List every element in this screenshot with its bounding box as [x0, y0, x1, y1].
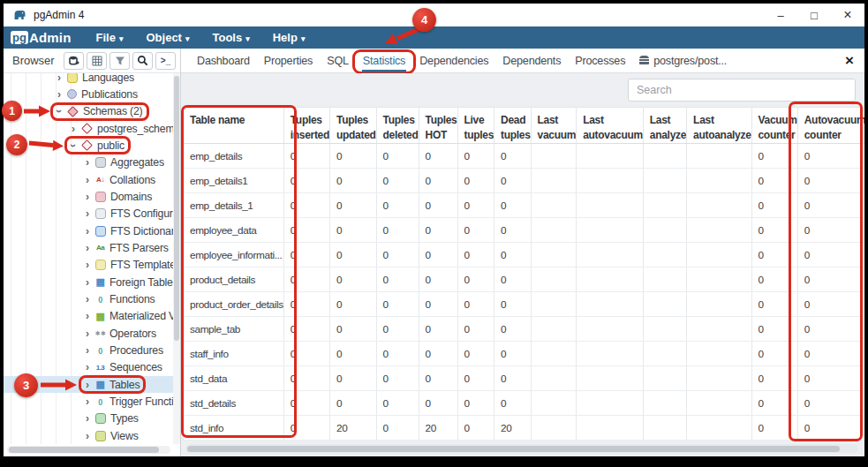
sidebar-item-languages[interactable]: ›Languages [4, 73, 173, 86]
filter-icon[interactable] [109, 52, 130, 70]
chevron-right-icon[interactable]: › [83, 361, 92, 373]
tab-dependents[interactable]: Dependents [495, 49, 568, 72]
tab-properties[interactable]: Properties [257, 49, 320, 72]
sidebar-item-operators[interactable]: ›∗∗Operators [4, 325, 173, 342]
chevron-right-icon[interactable]: › [83, 430, 92, 442]
table-row-staff-info[interactable]: staff_info000000000032 KB [184, 342, 865, 366]
chevron-right-icon[interactable]: › [55, 88, 64, 101]
table-row-emp-details-1[interactable]: emp_details_1000000000016 KB [184, 193, 865, 218]
chevron-right-icon[interactable]: › [83, 225, 92, 237]
search-input[interactable] [628, 79, 856, 102]
tab-statistics[interactable]: Statistics [356, 49, 412, 72]
cell-table-name: std_info [184, 416, 284, 441]
sidebar-item-domains[interactable]: ›Domains [4, 188, 173, 205]
column-header-tuples-deleted[interactable]: Tuplesdeleted [376, 108, 419, 144]
sidebar-item-materialized-views[interactable]: ›▦Materialized Views [4, 308, 173, 325]
object-explorer-icon[interactable] [64, 52, 84, 70]
column-header-tuples-hot[interactable]: TuplesHOT [419, 108, 457, 144]
cell: 0 [376, 218, 419, 243]
sidebar-item-fts-dictionaries[interactable]: ›FTS Dictionaries [4, 222, 173, 239]
column-header-vacuum-counter[interactable]: Vacuumcounter [751, 108, 797, 144]
table-row-emp-details[interactable]: emp_details000000000016 KB [184, 144, 865, 169]
tab-label: Processes [575, 55, 625, 67]
tab-processes[interactable]: Processes [568, 49, 632, 72]
tree-item-label: FTS Dictionaries [110, 225, 173, 237]
chevron-right-icon[interactable]: › [83, 379, 92, 391]
sidebar-item-aggregates[interactable]: ›Aggregates [4, 154, 173, 171]
column-header-last-autoanalyze[interactable]: Lastautoanalyze [687, 108, 751, 144]
tab-dependencies[interactable]: Dependencies [412, 49, 495, 72]
chevron-right-icon[interactable]: › [69, 123, 78, 135]
chevron-down-icon[interactable]: › [67, 141, 79, 150]
menu-tools[interactable]: Tools▾ [213, 31, 250, 44]
sidebar-item-publications[interactable]: ›Publications [4, 86, 173, 102]
sidebar-item-postgres-schema[interactable]: ›postgres_schema [4, 120, 173, 137]
table-row-std-details[interactable]: std_details00000000008 KB [184, 391, 865, 416]
chevron-right-icon[interactable]: › [55, 73, 64, 84]
tab-dashboard[interactable]: Dashboard [190, 49, 257, 72]
panel-close-icon[interactable]: × [845, 53, 854, 68]
menu-object[interactable]: Object▾ [147, 31, 190, 44]
chevron-right-icon[interactable]: › [83, 174, 92, 186]
sidebar-item-procedures[interactable]: ›()Procedures [4, 342, 173, 358]
table-row-employee-informati[interactable]: employee_informati...000000000032 KB [184, 243, 865, 267]
terminal-icon[interactable]: >_ [155, 52, 176, 70]
column-header-live-tuples[interactable]: Livetuples [457, 108, 494, 144]
chevron-right-icon[interactable]: › [83, 191, 92, 203]
search-icon[interactable] [132, 52, 153, 70]
sidebar-item-fts-parsers[interactable]: ›AaFTS Parsers [4, 239, 173, 256]
table-row-std-info[interactable]: std_info020020020000016 KB [184, 416, 865, 441]
scrollbar-thumb[interactable] [9, 447, 159, 453]
minimize-button[interactable]: – [764, 4, 797, 26]
maximize-button[interactable]: □ [797, 4, 831, 26]
table-row-employee-data[interactable]: employee_data000000000016 KB [184, 218, 865, 243]
close-button[interactable]: × [831, 4, 864, 26]
sidebar-item-fts-configurations[interactable]: ›FTS Configurations [4, 206, 173, 222]
sidebar-item-public[interactable]: ›public [4, 137, 173, 154]
column-header-tuples-updated[interactable]: Tuplesupdated [330, 108, 377, 144]
sidebar-item-fts-templates[interactable]: ›FTS Templates [4, 257, 173, 274]
column-header-autovacuum-counter[interactable]: Autovacuumcounter [797, 108, 864, 144]
sidebar-item-collations[interactable]: ›A↓Collations [4, 171, 173, 188]
tab-sql[interactable]: SQL [320, 49, 356, 72]
chevron-right-icon[interactable]: › [83, 344, 92, 357]
column-header-last-vacuum[interactable]: Lastvacuum [531, 108, 577, 144]
column-header-tuples-inserted[interactable]: Tuplesinserted [283, 108, 329, 144]
sidebar-item-views[interactable]: ›Views [4, 427, 173, 444]
column-header-dead-tuples[interactable]: Deadtuples [494, 108, 532, 144]
menu-help[interactable]: Help▾ [273, 31, 306, 44]
chevron-right-icon[interactable]: › [83, 412, 92, 425]
table-row-product-details[interactable]: product_details000000000032 KB [184, 267, 865, 292]
body-row: Browser >_ [4, 49, 864, 456]
chevron-right-icon[interactable]: › [83, 242, 92, 254]
scrollbar-thumb[interactable] [187, 446, 840, 452]
menu-file[interactable]: File▾ [96, 31, 124, 44]
table-row-emp-details1[interactable]: emp_details1000000000016 KB [184, 169, 865, 193]
scrollbar-thumb[interactable] [174, 76, 179, 341]
chevron-right-icon[interactable]: › [83, 310, 92, 322]
table-horizontal-scrollbar[interactable] [185, 444, 858, 453]
pgadmin-logo-admin: Admin [29, 30, 72, 45]
table-row-std-data[interactable]: std_data000000000032 KB [184, 366, 865, 391]
chevron-right-icon[interactable]: › [83, 259, 92, 271]
sidebar-vertical-scrollbar[interactable] [173, 73, 180, 444]
sidebar-item-foreign-tables[interactable]: ›▦Foreign Tables [4, 274, 173, 290]
chevron-right-icon[interactable]: › [83, 328, 92, 340]
chevron-right-icon[interactable]: › [83, 276, 92, 289]
chevron-right-icon[interactable]: › [83, 207, 92, 220]
sidebar-item-schemas-2[interactable]: ›Schemas (2) [4, 103, 173, 120]
grid-view-icon[interactable] [87, 52, 107, 70]
sidebar-item-types[interactable]: ›Types [4, 411, 173, 427]
column-header-table-name[interactable]: Table name [184, 108, 284, 144]
tab-postgres-post[interactable]: postgres/post... [632, 49, 734, 72]
sidebar-item-functions[interactable]: ›()Functions [4, 290, 173, 307]
chevron-right-icon[interactable]: › [83, 156, 92, 169]
chevron-down-icon[interactable]: › [53, 107, 65, 116]
chevron-right-icon[interactable]: › [83, 293, 92, 305]
table-row-product-order-details[interactable]: product_order_details000000000032 KB [184, 292, 865, 317]
column-header-last-analyze[interactable]: Lastanalyze [643, 108, 686, 144]
table-row-sample-tab[interactable]: sample_tab00000000000 B [184, 317, 865, 342]
column-header-last-autovacuum[interactable]: Lastautovacuum [577, 108, 644, 144]
chevron-right-icon[interactable]: › [83, 395, 92, 408]
sidebar-horizontal-scrollbar[interactable] [7, 446, 170, 454]
